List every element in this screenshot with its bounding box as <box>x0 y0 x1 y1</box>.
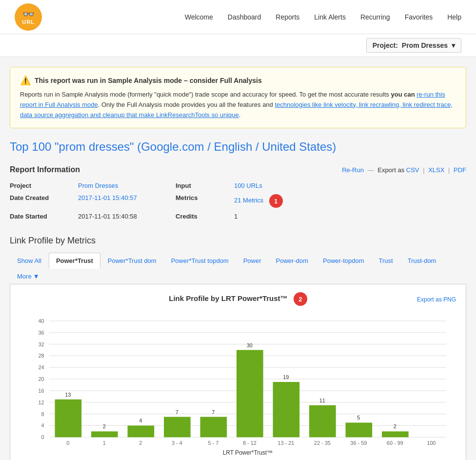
alert-title: ⚠️ This report was run in Sample Analysi… <box>20 75 456 86</box>
bar-5-7: 7 5 - 7 <box>200 409 227 446</box>
tab-power-trust[interactable]: Power*Trust <box>49 253 100 269</box>
nav-reports[interactable]: Reports <box>276 13 299 21</box>
link-profile-title: Link Profile by Metrics <box>10 236 466 246</box>
svg-rect-25 <box>91 432 118 438</box>
logo: 👓 URL <box>15 3 42 31</box>
svg-text:1: 1 <box>103 440 106 446</box>
project-value: Prom Dresses <box>78 181 176 190</box>
svg-rect-37 <box>237 350 263 438</box>
svg-text:8 - 12: 8 - 12 <box>243 440 257 446</box>
report-info-header: Report Information Re-Run — Export as CS… <box>10 165 466 174</box>
tab-power[interactable]: Power <box>236 253 269 269</box>
nav-link-alerts[interactable]: Link Alerts <box>314 13 346 21</box>
svg-text:0: 0 <box>41 435 44 440</box>
svg-rect-34 <box>200 417 227 438</box>
svg-rect-49 <box>382 432 409 438</box>
input-value: 100 URLs <box>234 181 380 190</box>
svg-text:3 - 4: 3 - 4 <box>172 440 182 446</box>
svg-text:4: 4 <box>41 423 44 429</box>
main-nav: Welcome Dashboard Reports Link Alerts Re… <box>185 13 461 21</box>
svg-rect-22 <box>55 400 82 437</box>
chart-svg-wrapper: 0 4 8 12 16 20 <box>20 311 456 459</box>
bar-13-21: 19 13 - 21 <box>273 374 300 446</box>
tab-more[interactable]: More ▼ <box>10 268 47 284</box>
svg-rect-40 <box>273 382 300 437</box>
export-pdf-link[interactable]: PDF <box>454 166 466 174</box>
svg-text:2: 2 <box>103 424 106 430</box>
tab-trust-dom[interactable]: Trust-dom <box>400 253 444 269</box>
nav-favorites[interactable]: Favorites <box>405 13 433 21</box>
svg-text:13 - 21: 13 - 21 <box>278 440 294 446</box>
metrics-value: 21 Metrics 1 <box>234 193 380 209</box>
tab-power-dom[interactable]: Power-dom <box>269 253 316 269</box>
nav-recurring[interactable]: Recurring <box>360 13 390 21</box>
svg-text:32: 32 <box>39 341 44 347</box>
input-label: Input <box>176 181 234 190</box>
nav-help[interactable]: Help <box>447 13 461 21</box>
logo-icon: 👓 <box>22 9 35 19</box>
metrics-label: Metrics <box>176 193 234 209</box>
tab-trust[interactable]: Trust <box>372 253 400 269</box>
svg-text:28: 28 <box>39 353 44 359</box>
chart-badge: 2 <box>294 292 307 306</box>
project-label: Project: <box>373 41 398 49</box>
svg-rect-31 <box>164 417 191 438</box>
bar-3-4: 7 3 - 4 <box>164 409 191 446</box>
export-xlsx-link[interactable]: XLSX <box>428 166 444 174</box>
logo-text: URL <box>22 19 35 25</box>
alert-box: ⚠️ This report was run in Sample Analysi… <box>10 67 466 128</box>
page-title: Top 100 "prom dresses" (Google.com / Eng… <box>10 140 466 154</box>
project-selector[interactable]: Project: Prom Dresses ▾ <box>366 38 461 53</box>
project-value: Prom Dresses <box>402 41 448 49</box>
bar-100: 100 <box>427 440 436 446</box>
date-created-value: 2017-11-01 15:40:57 <box>78 193 176 209</box>
svg-text:12: 12 <box>39 400 44 405</box>
bar-8-12: 30 8 - 12 <box>237 342 263 446</box>
chart-header: Link Profile by LRT Power*Trust™ 2 Expor… <box>20 292 456 306</box>
metrics-badge: 1 <box>269 194 283 208</box>
tab-power-topdom[interactable]: Power-topdom <box>316 253 372 269</box>
svg-text:19: 19 <box>283 374 289 380</box>
svg-text:7: 7 <box>176 409 178 415</box>
tab-show-all[interactable]: Show All <box>10 253 49 269</box>
nav-welcome[interactable]: Welcome <box>185 13 213 21</box>
svg-text:36: 36 <box>39 330 44 336</box>
report-info-title: Report Information <box>10 165 80 174</box>
bar-22-35: 11 22 - 35 <box>309 398 336 446</box>
project-bar: Project: Prom Dresses ▾ <box>0 34 476 57</box>
report-actions: Re-Run — Export as CSV | XLSX | PDF <box>342 166 466 174</box>
svg-text:5: 5 <box>357 415 360 421</box>
bar-0: 13 0 <box>55 392 82 446</box>
bar-2: 4 2 <box>128 418 155 446</box>
export-csv-link[interactable]: CSV <box>406 166 419 174</box>
nav-dashboard[interactable]: Dashboard <box>228 13 261 21</box>
chart-container: Link Profile by LRT Power*Trust™ 2 Expor… <box>10 284 466 460</box>
export-png-link[interactable]: Export as PNG <box>417 296 456 303</box>
date-created-label: Date Created <box>10 193 78 209</box>
warning-icon: ⚠️ <box>20 75 31 86</box>
bar-chart-svg: 0 4 8 12 16 20 <box>20 311 456 457</box>
dropdown-arrow-icon: ▼ <box>33 273 40 280</box>
project-link[interactable]: Prom Dresses <box>78 182 118 189</box>
svg-text:60 - 99: 60 - 99 <box>387 440 403 446</box>
svg-text:2: 2 <box>394 424 397 430</box>
bar-36-59: 5 36 - 59 <box>346 415 373 446</box>
svg-text:0: 0 <box>66 440 69 446</box>
alert-title-text: This report was run in Sample Analysis m… <box>35 77 262 84</box>
rerun-link[interactable]: Re-Run <box>342 166 364 174</box>
svg-rect-46 <box>346 423 373 438</box>
svg-rect-28 <box>128 426 155 438</box>
svg-text:16: 16 <box>39 388 44 394</box>
main-content: ⚠️ This report was run in Sample Analysi… <box>0 57 476 460</box>
svg-text:22 - 35: 22 - 35 <box>314 440 331 446</box>
input-link[interactable]: 100 URLs <box>234 182 262 189</box>
date-created-link[interactable]: 2017-11-01 15:40:57 <box>78 194 137 201</box>
alert-body: Reports run in Sample Analysis mode (for… <box>20 90 456 120</box>
tab-power-trust-dom[interactable]: Power*Trust dom <box>100 253 164 269</box>
more-label: More <box>17 273 32 280</box>
report-metadata: Project Prom Dresses Input 100 URLs Date… <box>10 181 466 221</box>
tab-power-trust-topdom[interactable]: Power*Trust topdom <box>164 253 236 269</box>
svg-rect-43 <box>309 405 336 438</box>
svg-text:8: 8 <box>41 411 44 417</box>
metrics-link[interactable]: 21 Metrics <box>234 197 263 204</box>
